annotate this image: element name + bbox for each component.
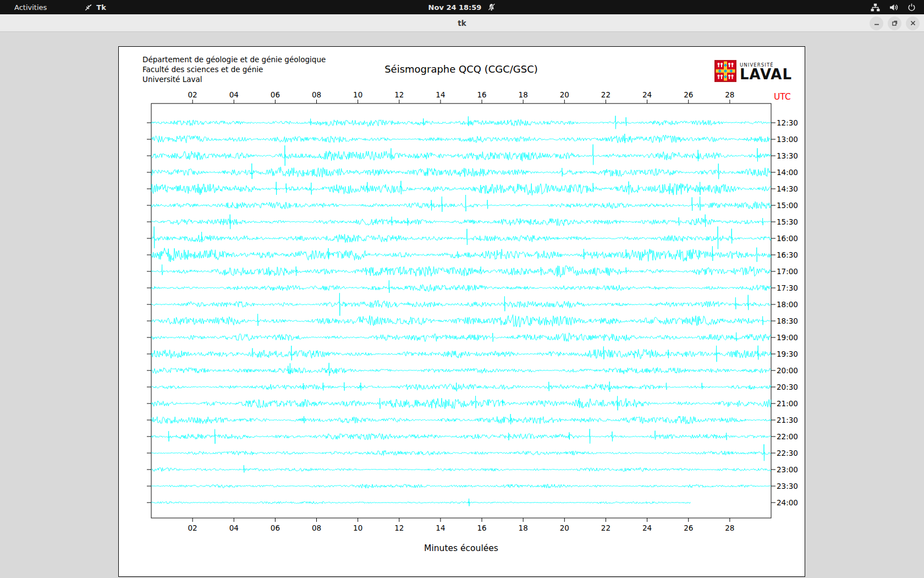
x-tick-label-top: 04 (229, 90, 239, 99)
utc-row-label: 23:00 (777, 465, 798, 474)
x-tick-label-top: 16 (477, 90, 486, 99)
utc-row-label: 15:30 (777, 217, 798, 226)
utc-row-label: 14:30 (777, 184, 798, 193)
x-tick-label-bottom: 22 (601, 524, 610, 532)
x-tick-label-bottom: 06 (271, 524, 280, 532)
gnome-top-bar: Activities Tk Nov 24 18:59 (0, 0, 924, 14)
seismogram-trace-21-00 (151, 396, 771, 410)
seismogram-trace-18-00 (151, 293, 771, 315)
window-content: Département de géologie et de génie géol… (0, 32, 924, 578)
seismogram-trace-19-30 (151, 346, 771, 362)
utc-row-label: 12:30 (777, 118, 798, 127)
utc-row-label: 19:30 (777, 350, 798, 358)
utc-row-label: 20:00 (777, 366, 798, 375)
x-tick-label-top: 18 (519, 90, 528, 99)
seismogram-trace-15-30 (151, 215, 771, 230)
seismogram-trace-13-30 (151, 144, 771, 166)
x-tick-label-top: 22 (601, 90, 610, 99)
minimize-icon (873, 20, 880, 26)
seismogram-trace-23-30 (151, 484, 771, 488)
x-tick-label-bottom: 28 (725, 524, 734, 532)
x-tick-label-bottom: 02 (188, 524, 197, 532)
seismogram-trace-16-30 (151, 246, 771, 262)
seismogram-trace-17-00 (151, 265, 771, 277)
x-tick-label-bottom: 24 (642, 524, 652, 532)
x-tick-label-bottom: 16 (477, 524, 486, 532)
volume-icon (889, 3, 898, 12)
utc-row-label: 13:00 (777, 135, 798, 144)
seismogram-trace-13-00 (151, 134, 771, 143)
utc-row-label: 15:00 (777, 201, 798, 210)
utc-row-label: 19:00 (777, 333, 798, 342)
x-tick-label-bottom: 18 (519, 524, 528, 532)
tk-feather-icon (84, 3, 92, 12)
x-tick-label-bottom: 20 (560, 524, 569, 532)
x-tick-label-top: 20 (560, 90, 569, 99)
x-tick-label-top: 14 (436, 90, 445, 99)
clock-menu[interactable]: Nov 24 18:59 (428, 0, 496, 14)
utc-row-label: 24:00 (777, 498, 798, 507)
x-tick-label-top: 24 (642, 90, 652, 99)
seismogram-trace-12-30 (151, 116, 771, 129)
x-tick-label-bottom: 14 (436, 524, 445, 532)
x-tick-label-top: 26 (684, 90, 693, 99)
close-icon (910, 20, 916, 26)
x-tick-label-top: 02 (188, 90, 197, 99)
window-title: tk (0, 14, 924, 32)
utc-row-label: 23:30 (777, 482, 798, 490)
seismogram-trace-19-00 (151, 332, 771, 342)
x-tick-label-bottom: 26 (684, 524, 693, 532)
utc-row-label: 22:30 (777, 449, 798, 457)
minimize-button[interactable] (870, 17, 883, 30)
app-indicator[interactable]: Tk (84, 3, 106, 12)
seismogram-trace-22-00 (151, 429, 771, 444)
x-axis-label: Minutes écoulées (424, 543, 498, 553)
utc-row-label: 17:30 (777, 283, 798, 292)
app-indicator-label: Tk (96, 3, 106, 12)
plot-border (151, 103, 771, 518)
utc-row-label: 16:00 (777, 234, 798, 243)
utc-axis-title: UTC (774, 92, 791, 102)
wired-network-icon (871, 3, 880, 12)
seismogram-trace-23-00 (151, 465, 771, 472)
x-tick-label-top: 12 (394, 90, 404, 99)
utc-row-label: 21:00 (777, 399, 798, 408)
seismogram-trace-20-00 (151, 363, 771, 376)
seismogram-trace-15-00 (151, 195, 771, 212)
utc-row-label: 13:30 (777, 151, 798, 160)
x-tick-label-bottom: 04 (229, 524, 239, 532)
x-tick-label-bottom: 12 (394, 524, 404, 532)
window-titlebar[interactable]: tk (0, 14, 924, 32)
utc-row-label: 21:30 (777, 416, 798, 424)
utc-row-label: 18:30 (777, 317, 798, 325)
seismogram-trace-22-30 (151, 444, 771, 461)
seismogram-trace-21-30 (151, 414, 771, 424)
power-icon (907, 3, 916, 12)
seismogram-trace-24-00 (151, 499, 690, 506)
seismograph-canvas: Département de géologie et de génie géol… (118, 46, 805, 577)
seismogram-plot: 0202040406060808101012121414161618182020… (119, 47, 806, 577)
seismogram-trace-14-30 (151, 181, 771, 195)
desktop: Activities Tk Nov 24 18:59 (0, 0, 924, 578)
system-status-area[interactable] (871, 0, 916, 14)
x-tick-label-bottom: 10 (353, 524, 362, 532)
seismogram-trace-18-30 (151, 314, 771, 327)
seismogram-trace-16-00 (151, 226, 771, 249)
x-tick-label-bottom: 08 (312, 524, 321, 532)
x-tick-label-top: 28 (725, 90, 734, 99)
x-tick-label-top: 10 (353, 90, 362, 99)
utc-row-label: 20:30 (777, 383, 798, 391)
x-tick-label-top: 06 (271, 90, 280, 99)
clock-label: Nov 24 18:59 (428, 3, 482, 12)
activities-button[interactable]: Activities (10, 3, 51, 12)
seismogram-trace-14-00 (151, 163, 771, 179)
restore-button[interactable] (888, 17, 901, 30)
seismogram-trace-20-30 (151, 381, 771, 392)
utc-row-label: 14:00 (777, 168, 798, 177)
utc-row-label: 22:00 (777, 432, 798, 441)
utc-row-label: 18:00 (777, 300, 798, 309)
seismogram-trace-17-30 (151, 280, 771, 293)
restore-icon (892, 20, 898, 26)
close-button[interactable] (906, 17, 920, 30)
utc-row-label: 17:00 (777, 267, 798, 276)
